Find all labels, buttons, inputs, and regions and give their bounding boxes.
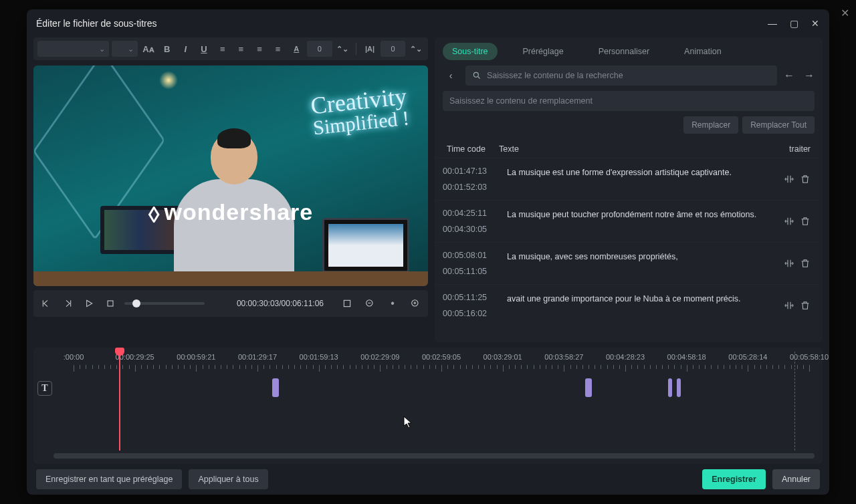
char-spacing-stepper[interactable]: ⌃⌄ bbox=[335, 41, 351, 57]
line-height-icon[interactable]: |A| bbox=[362, 41, 378, 57]
zoom-dot-icon[interactable]: • bbox=[385, 296, 400, 311]
line-height-stepper[interactable]: ⌃⌄ bbox=[408, 41, 424, 57]
subtitle-text[interactable]: La musique, avec ses nombreuses propriét… bbox=[507, 251, 765, 276]
bold-button[interactable]: B bbox=[159, 41, 175, 57]
minimize-icon[interactable]: — bbox=[768, 19, 777, 28]
modal-title: Éditer le fichier de sous-titres bbox=[36, 18, 157, 29]
crop-icon[interactable] bbox=[340, 296, 354, 311]
playhead-time: 00:00:30:03/00:06:11:06 bbox=[237, 299, 324, 308]
text-track-icon: T bbox=[37, 381, 52, 396]
italic-button[interactable]: I bbox=[178, 41, 194, 57]
font-family-select[interactable]: ⌄ bbox=[37, 41, 109, 57]
replace-input[interactable]: Saisissez le contenu de remplacement bbox=[443, 91, 815, 111]
search-input[interactable]: Saisissez le contenu de la recherche bbox=[465, 66, 777, 86]
prev-frame-button[interactable] bbox=[39, 296, 54, 311]
merge-icon[interactable] bbox=[784, 258, 794, 269]
ruler-label: 00:02:29:09 bbox=[360, 353, 399, 361]
close-icon[interactable]: ✕ bbox=[811, 19, 820, 28]
timeline-scrollbar[interactable] bbox=[54, 453, 815, 459]
delete-icon[interactable] bbox=[800, 258, 811, 269]
tab-animation[interactable]: Animation bbox=[675, 43, 731, 60]
titlebar: Éditer le fichier de sous-titres — ▢ ✕ bbox=[27, 9, 829, 37]
app-close-icon[interactable]: ✕ bbox=[841, 7, 849, 19]
maximize-icon[interactable]: ▢ bbox=[789, 19, 798, 28]
play-button[interactable] bbox=[82, 296, 96, 311]
bulb-decor bbox=[159, 71, 178, 90]
ruler-label: :00:00 bbox=[64, 353, 84, 361]
replace-all-button[interactable]: Remplacer Tout bbox=[742, 116, 815, 134]
back-button[interactable]: ‹ bbox=[443, 70, 459, 81]
subtitle-text[interactable]: La musique peut toucher profondément not… bbox=[507, 209, 765, 234]
delete-icon[interactable] bbox=[800, 174, 811, 184]
merge-icon[interactable] bbox=[784, 174, 794, 184]
desk-decor bbox=[33, 271, 428, 286]
col-action: traiter bbox=[777, 144, 811, 154]
text-color-button[interactable]: A bbox=[288, 41, 304, 57]
ruler-label: 00:01:59:13 bbox=[300, 353, 338, 361]
stop-button[interactable] bbox=[103, 296, 118, 311]
search-placeholder: Saisissez le contenu de la recherche bbox=[487, 71, 623, 80]
tab-subtitle[interactable]: Sous-titre bbox=[443, 43, 498, 60]
subtitle-clip[interactable] bbox=[272, 378, 279, 397]
case-icon[interactable]: Aᴀ bbox=[140, 41, 156, 57]
subtitle-row[interactable]: 00:05:08:0100:05:11:05La musique, avec s… bbox=[435, 242, 819, 284]
cancel-button[interactable]: Annuler bbox=[772, 469, 820, 489]
merge-icon[interactable] bbox=[784, 300, 794, 311]
ruler-label: 00:03:29:01 bbox=[484, 353, 522, 361]
subtitle-text[interactable]: avait une grande importance pour le Nuba… bbox=[507, 293, 765, 318]
font-toolbar: ⌄ ⌄ Aᴀ B I U ≡ ≡ ≡ ≡ A 0 ⌃⌄ |A| 0 ⌃⌄ bbox=[33, 37, 428, 60]
merge-icon[interactable] bbox=[784, 216, 794, 227]
background-monitor bbox=[322, 218, 409, 273]
timeline[interactable]: :00:0000:00:29:2500:00:59:2100:01:29:170… bbox=[33, 348, 823, 464]
col-timecode: Time code bbox=[447, 144, 499, 154]
panel-tabs: Sous-titre Préréglage Personnaliser Anim… bbox=[435, 37, 823, 66]
timeline-end-marker bbox=[794, 352, 795, 451]
subtitle-times: 00:04:25:1100:04:30:05 bbox=[443, 209, 495, 234]
subtitle-clip[interactable] bbox=[668, 378, 672, 397]
volume-slider[interactable] bbox=[124, 302, 205, 305]
ruler-label: 00:04:28:23 bbox=[606, 353, 645, 361]
subtitle-row[interactable]: 00:04:25:1100:04:30:05La musique peut to… bbox=[435, 200, 819, 242]
video-preview[interactable]: Creativity Simplified ! ◊wondershare bbox=[33, 66, 428, 286]
char-spacing-input[interactable]: 0 bbox=[307, 41, 332, 57]
line-height-input[interactable]: 0 bbox=[381, 41, 405, 57]
subtitle-text[interactable]: La musique est une forme d'expression ar… bbox=[507, 166, 765, 192]
subtitle-clip[interactable] bbox=[677, 378, 681, 397]
next-frame-button[interactable] bbox=[60, 296, 75, 311]
svg-point-4 bbox=[473, 72, 478, 77]
timeline-ruler[interactable]: :00:0000:00:29:2500:00:59:2100:01:29:170… bbox=[47, 353, 809, 376]
playhead[interactable] bbox=[119, 350, 120, 451]
neon-text-decor: Creativity Simplified ! bbox=[310, 84, 410, 138]
font-size-select[interactable]: ⌄ bbox=[112, 41, 138, 57]
align-justify-button[interactable]: ≡ bbox=[270, 41, 286, 57]
ruler-label: 00:02:59:05 bbox=[422, 353, 461, 361]
underline-button[interactable]: U bbox=[196, 41, 212, 57]
svg-rect-1 bbox=[344, 300, 350, 306]
subtitle-row[interactable]: 00:05:11:2500:05:16:02avait une grande i… bbox=[435, 284, 819, 326]
align-center-button[interactable]: ≡ bbox=[233, 41, 249, 57]
next-match-button[interactable]: → bbox=[804, 70, 815, 82]
zoom-out-icon[interactable] bbox=[362, 296, 377, 311]
tab-customize[interactable]: Personnaliser bbox=[589, 43, 659, 60]
ruler-label: 00:01:29:17 bbox=[238, 353, 277, 361]
divider bbox=[356, 43, 356, 55]
ruler-label: 00:00:59:21 bbox=[177, 353, 215, 361]
ruler-label: 00:05:28:14 bbox=[728, 353, 767, 361]
save-button[interactable]: Enregistrer bbox=[702, 469, 766, 489]
replace-button[interactable]: Remplacer bbox=[683, 116, 738, 134]
search-icon bbox=[472, 71, 481, 80]
subtitle-clip[interactable] bbox=[585, 378, 592, 397]
tab-preset[interactable]: Préréglage bbox=[514, 43, 573, 60]
delete-icon[interactable] bbox=[800, 300, 811, 311]
delete-icon[interactable] bbox=[800, 216, 811, 227]
align-right-button[interactable]: ≡ bbox=[251, 41, 268, 57]
col-text: Texte bbox=[499, 144, 777, 154]
zoom-in-icon[interactable] bbox=[408, 296, 423, 311]
subtitle-list[interactable]: 00:01:47:1300:01:52:03La musique est une… bbox=[435, 158, 823, 342]
save-preset-button[interactable]: Enregistrer en tant que préréglage bbox=[36, 469, 182, 489]
prev-match-button[interactable]: ← bbox=[784, 70, 794, 82]
apply-all-button[interactable]: Appliquer à tous bbox=[189, 469, 268, 489]
align-left-button[interactable]: ≡ bbox=[215, 41, 231, 57]
subtitle-times: 00:01:47:1300:01:52:03 bbox=[443, 166, 495, 192]
subtitle-row[interactable]: 00:01:47:1300:01:52:03La musique est une… bbox=[435, 158, 819, 200]
